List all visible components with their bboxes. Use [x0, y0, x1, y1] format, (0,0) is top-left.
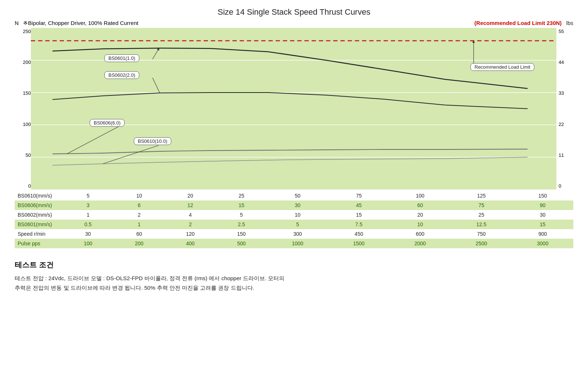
row-label: Speed r/min	[15, 229, 62, 239]
svg-line-7	[67, 126, 119, 154]
left-unit: N	[15, 20, 19, 26]
data-table: BS0610(mm/s) 5 10 20 25 50 75 100 125 15…	[15, 191, 573, 248]
callout-bs0610: BS0610(10.0)	[134, 137, 171, 145]
table-row-bs0610: BS0610(mm/s) 5 10 20 25 50 75 100 125 15…	[15, 191, 573, 200]
table-row-bs0606: BS0606(mm/s) 3 6 12 15 30 45 60 75 90	[15, 200, 573, 210]
right-unit: lbs	[566, 20, 573, 26]
svg-line-8	[103, 145, 159, 164]
chart-header: N ※Bipolar, Chopper Driver, 100% Rated C…	[15, 20, 573, 26]
y-axis-left: 250 200 150 100 50 0	[15, 28, 31, 189]
recommended-load-note: (Recommended Load Limit 230N)	[474, 20, 562, 26]
y-axis-right: 55 44 33 22 11 0	[556, 28, 573, 189]
left-note: ※Bipolar, Chopper Driver, 100% Rated Cur…	[23, 20, 138, 26]
svg-line-6	[153, 78, 160, 93]
chart-area: BS0601(1.0) BS0602(2.0) BS0606(6.0) BS06…	[31, 28, 556, 189]
table-row-bs0601: BS0601(mm/s) 0.5 1 2 2.5 5 7.5 10 12.5 1…	[15, 220, 573, 229]
table-row-pulse: Pulse pps 100 200 400 500 1000 1500 2000…	[15, 239, 573, 248]
row-label: BS0602(mm/s)	[15, 210, 62, 220]
callout-bs0601: BS0601(1.0)	[104, 54, 139, 62]
chart-svg	[31, 28, 556, 189]
header-left: N ※Bipolar, Chopper Driver, 100% Rated C…	[15, 20, 138, 26]
row-label: BS0606(mm/s)	[15, 200, 62, 210]
description: 테스트 전압 : 24Vdc, 드라이브 모델 : DS-OLS2-FPD 바이…	[15, 274, 573, 292]
row-label: BS0601(mm/s)	[15, 220, 62, 229]
callout-recommended: Recommended Load Limit	[470, 63, 534, 71]
callout-bs0602: BS0602(2.0)	[104, 71, 139, 79]
row-label: BS0610(mm/s)	[15, 191, 62, 200]
section-title: 테스트 조건	[15, 260, 573, 270]
table-row-bs0602: BS0602(mm/s) 1 2 4 5 10 15 20 25 30	[15, 210, 573, 220]
callout-bs0606: BS0606(6.0)	[90, 119, 125, 127]
page-title: Size 14 Single Stack Speed Thrust Curves	[15, 7, 573, 17]
svg-line-5	[153, 49, 159, 59]
header-right: (Recommended Load Limit 230N) lbs	[474, 20, 573, 26]
row-label: Pulse pps	[15, 239, 62, 248]
table-row-speed: Speed r/min 30 60 120 150 300 450 600 75…	[15, 229, 573, 239]
